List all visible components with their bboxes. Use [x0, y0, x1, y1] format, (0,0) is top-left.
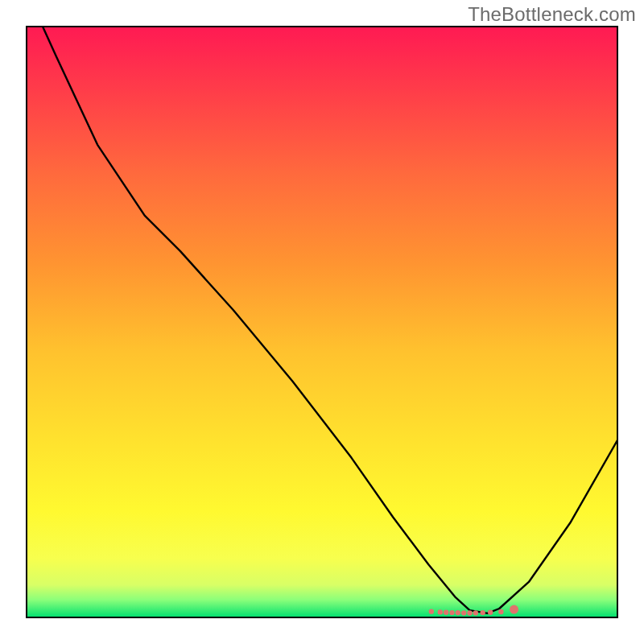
chart-stage: TheBottleneck.com: [0, 0, 644, 644]
optimal-point: [473, 610, 478, 615]
optimal-point: [456, 610, 460, 615]
optimal-point: [488, 610, 493, 615]
plot-background: [27, 27, 617, 617]
optimal-point: [467, 610, 472, 615]
optimal-point: [444, 610, 448, 615]
chart-svg: [0, 0, 644, 644]
optimal-point: [461, 610, 466, 615]
watermark-text: TheBottleneck.com: [468, 3, 636, 26]
optimal-point: [449, 610, 454, 615]
optimal-point: [438, 609, 443, 614]
optimal-point: [480, 610, 485, 615]
optimal-point: [510, 605, 518, 614]
optimal-point: [498, 609, 503, 614]
optimal-point: [429, 609, 434, 613]
